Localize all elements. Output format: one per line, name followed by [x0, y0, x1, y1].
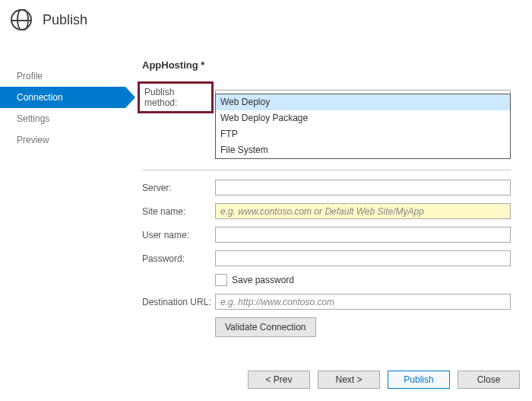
server-label: Server:: [142, 183, 215, 193]
save-password-checkbox[interactable]: [215, 274, 227, 286]
dialog-body: Profile Connection Settings Preview AppH…: [0, 46, 532, 355]
sidebar-item-connection[interactable]: Connection: [0, 87, 125, 108]
sidebar-item-settings[interactable]: Settings: [0, 108, 125, 129]
publish-dialog: Publish Profile Connection Settings Prev…: [0, 0, 532, 401]
publish-method-label: Publish method:: [142, 81, 215, 113]
destination-row: Destination URL:: [142, 294, 511, 310]
prev-button[interactable]: < Prev: [248, 371, 310, 389]
password-label: Password:: [142, 253, 215, 264]
site-row: Site name:: [142, 203, 511, 219]
sidebar-item-preview[interactable]: Preview: [0, 129, 125, 151]
dialog-header: Publish: [0, 0, 532, 38]
dropdown-option[interactable]: Web Deploy Package: [216, 110, 510, 126]
dropdown-option[interactable]: FTP: [216, 126, 510, 142]
sidebar-item-label: Preview: [17, 135, 49, 145]
password-input[interactable]: [215, 250, 511, 266]
save-password-row: Save password: [142, 274, 511, 286]
next-button[interactable]: Next >: [318, 371, 380, 389]
publish-method-dropdown-list: Web Deploy Web Deploy Package FTP File S…: [215, 94, 511, 159]
section-heading: AppHosting *: [142, 59, 511, 71]
sidebar-item-label: Settings: [17, 113, 49, 124]
dropdown-option[interactable]: Web Deploy: [216, 94, 510, 110]
password-row: Password:: [142, 250, 511, 266]
dialog-title: Publish: [43, 12, 87, 28]
destination-label: Destination URL:: [142, 297, 215, 307]
destination-url-input[interactable]: [215, 294, 511, 310]
sidebar-item-label: Profile: [17, 71, 43, 81]
form-area: AppHosting * Publish method: Web Deploy …: [125, 46, 532, 355]
divider: [142, 170, 511, 170]
validate-row: Validate Connection: [142, 317, 511, 337]
dialog-footer: < Prev Next > Publish Close: [248, 371, 520, 389]
sidebar: Profile Connection Settings Preview: [0, 46, 125, 355]
close-button[interactable]: Close: [458, 371, 520, 389]
publish-button[interactable]: Publish: [388, 371, 450, 389]
dropdown-option[interactable]: File System: [216, 142, 510, 158]
sidebar-item-profile[interactable]: Profile: [0, 65, 125, 87]
user-row: User name:: [142, 227, 511, 243]
sidebar-item-label: Connection: [17, 92, 63, 103]
validate-connection-button[interactable]: Validate Connection: [215, 317, 316, 337]
save-password-label: Save password: [232, 275, 294, 285]
globe-icon: [11, 9, 32, 30]
server-row: Server:: [142, 180, 511, 196]
site-name-input[interactable]: [215, 203, 511, 219]
user-name-input[interactable]: [215, 227, 511, 243]
site-label: Site name:: [142, 206, 215, 217]
user-label: User name:: [142, 230, 215, 240]
server-input[interactable]: [215, 180, 511, 196]
